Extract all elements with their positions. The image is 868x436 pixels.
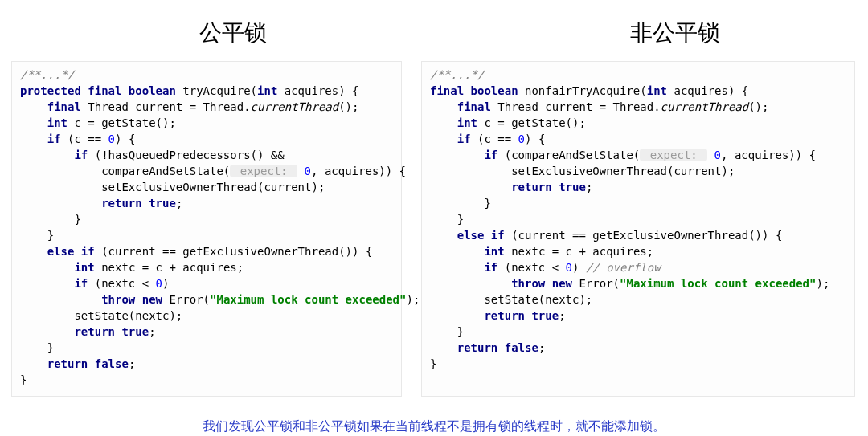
code-token: compareAndSetState( <box>101 165 230 177</box>
code-token: 0 <box>518 132 525 145</box>
hint-pill: expect: <box>230 165 297 177</box>
code-line: setExclusiveOwnerThread(current); <box>101 181 325 194</box>
code-token: 0 <box>305 165 311 177</box>
code-token: ; <box>586 181 592 194</box>
code-line: } <box>20 373 27 386</box>
code-token: acquires) { <box>277 84 358 97</box>
code-token: tryAcquire( <box>176 84 257 97</box>
code-token: c = getState(); <box>68 116 176 129</box>
code-token: if <box>47 132 61 145</box>
code-token: return true <box>101 197 176 210</box>
code-fair-lock: /**...*/ protected final boolean tryAcqu… <box>11 61 402 397</box>
code-token: ; <box>149 325 155 338</box>
code-token: currentThread <box>661 100 749 113</box>
code-token: if <box>484 261 497 274</box>
code-token: nonfairTryAcquire( <box>518 84 647 97</box>
code-token: final <box>47 100 81 113</box>
code-line: } <box>430 357 436 370</box>
code-token: ) <box>572 261 586 274</box>
code-token: ) { <box>115 132 135 145</box>
code-token: if <box>484 149 497 161</box>
code-token: (!hasQueuedPredecessors() && <box>88 149 284 161</box>
code-token: else if <box>457 229 505 242</box>
code-token: (current == getExclusiveOwnerThread()) { <box>95 245 373 258</box>
code-token: , acquires)) { <box>721 149 816 161</box>
code-token: final boolean <box>430 84 518 97</box>
code-line: setState(nextc); <box>74 309 182 322</box>
code-token: Thread current = Thread. <box>81 100 251 113</box>
code-line: } <box>74 213 80 226</box>
code-token: (c == <box>471 132 518 145</box>
code-token: int <box>484 245 504 258</box>
code-line: } <box>484 197 490 210</box>
code-token: 0 <box>714 149 721 161</box>
code-token: ; <box>559 309 565 322</box>
code-token: (nextc < <box>88 277 155 290</box>
code-line: setExclusiveOwnerThread(current); <box>511 165 735 177</box>
code-line: /**...*/ <box>20 68 74 81</box>
code-token: (); <box>338 100 358 113</box>
code-token: int <box>457 116 477 129</box>
code-token: throw new <box>511 277 572 290</box>
code-token: , acquires)) { <box>311 165 406 177</box>
code-token: ) { <box>525 132 545 145</box>
code-token: nextc = c + acquires; <box>505 245 653 258</box>
code-token: int <box>647 84 667 97</box>
code-token: 0 <box>108 132 115 145</box>
code-token: protected final boolean <box>20 84 176 97</box>
code-token: Error( <box>162 293 210 306</box>
code-token: int <box>257 84 277 97</box>
code-token: 0 <box>566 261 572 274</box>
code-token: "Maximum lock count exceeded" <box>620 277 816 290</box>
code-token: (nextc < <box>497 261 565 274</box>
code-token: currentThread <box>251 100 339 113</box>
code-token: (c == <box>61 132 108 145</box>
code-token: ) <box>162 277 169 290</box>
code-nonfair-lock: /**...*/ final boolean nonfairTryAcquire… <box>421 61 855 397</box>
code-token: "Maximum lock count exceeded" <box>210 293 406 306</box>
code-token: ; <box>176 197 182 210</box>
hint-pill: expect: <box>640 149 707 161</box>
code-token: else if <box>47 245 95 258</box>
code-token: int <box>74 261 94 274</box>
code-line: } <box>47 229 54 242</box>
code-line: } <box>457 213 464 226</box>
code-token: ; <box>538 341 545 354</box>
code-token: Thread current = Thread. <box>491 100 661 113</box>
code-token: (compareAndSetState( <box>497 149 640 161</box>
code-token: ); <box>406 293 420 306</box>
code-token: if <box>74 277 88 290</box>
code-token: ; <box>129 357 135 370</box>
code-token: // overflow <box>586 261 661 274</box>
caption-line: 我们发现公平锁和非公平锁如果在当前线程不是拥有锁的线程时，就不能添加锁。 <box>203 416 868 436</box>
code-token: final <box>457 100 491 113</box>
code-token: c = getState(); <box>477 116 586 129</box>
code-token: (current == getExclusiveOwnerThread()) { <box>505 229 783 242</box>
caption-text: 我们发现公平锁和非公平锁如果在当前线程不是拥有锁的线程时，就不能添加锁。 所以它… <box>203 416 868 436</box>
code-token: ); <box>816 277 829 290</box>
code-line: setState(nextc); <box>484 293 592 306</box>
title-nonfair-lock: 非公平锁 <box>434 18 868 48</box>
code-token: return false <box>47 357 129 370</box>
titles-row: 公平锁 非公平锁 <box>0 0 868 48</box>
title-fair-lock: 公平锁 <box>0 18 434 48</box>
code-token: return true <box>74 325 149 338</box>
code-token: return true <box>511 181 586 194</box>
code-token: Error( <box>572 277 620 290</box>
code-line: } <box>47 341 54 354</box>
code-token: return true <box>484 309 559 322</box>
code-token: nextc = c + acquires; <box>95 261 244 274</box>
code-token: int <box>47 116 68 129</box>
code-token: acquires) { <box>667 84 748 97</box>
code-token: if <box>74 149 88 161</box>
code-line: } <box>457 325 464 338</box>
code-columns: /**...*/ protected final boolean tryAcqu… <box>0 61 868 397</box>
code-token: (); <box>748 100 768 113</box>
code-token: if <box>457 132 471 145</box>
code-token: throw new <box>101 293 162 306</box>
code-token: 0 <box>156 277 162 290</box>
code-line: /**...*/ <box>430 68 484 81</box>
code-token: return false <box>457 341 538 354</box>
